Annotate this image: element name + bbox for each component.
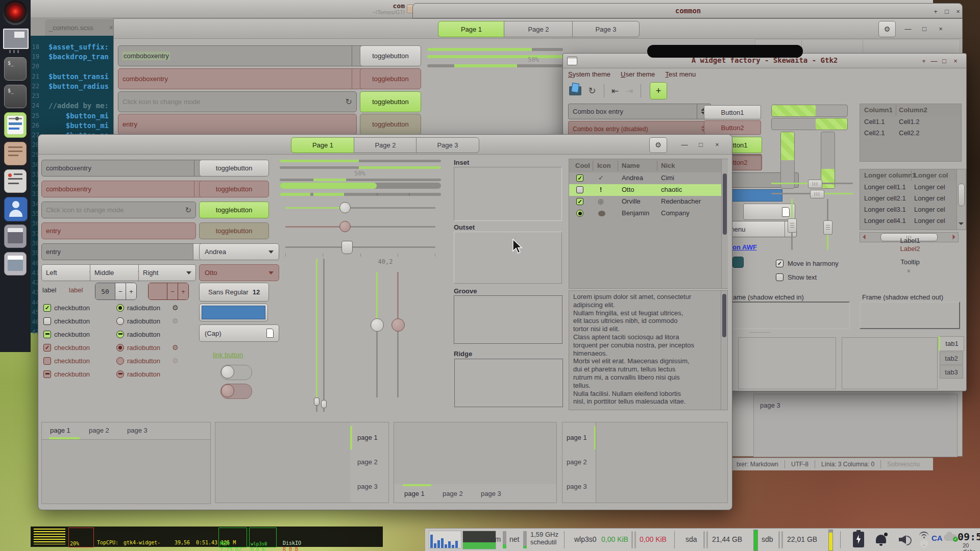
common-close-button2[interactable]: × — [933, 21, 948, 36]
clock[interactable]: 09:53 — [958, 531, 980, 543]
volume-icon[interactable] — [899, 534, 913, 546]
common-plus-button[interactable]: + — [930, 6, 941, 16]
refresh-icon[interactable]: ↻ — [346, 97, 352, 107]
front-togglebutton3[interactable]: togglebutton — [199, 202, 269, 218]
column-header[interactable]: Column1 — [864, 106, 893, 114]
statusbar-mode[interactable]: Sobreescriu — [887, 461, 920, 468]
net-meter[interactable] — [523, 531, 527, 548]
gtk2-minimize-button[interactable]: — — [929, 56, 939, 66]
add-button[interactable]: + — [650, 82, 667, 99]
nb-tab-active[interactable]: page 1 — [567, 434, 587, 441]
nb-tab-active[interactable]: page 1 — [404, 490, 425, 497]
checkbox-checked[interactable]: ✓ — [43, 304, 51, 312]
front-tab-page1[interactable]: Page 1 — [291, 137, 355, 153]
notification-bell-icon[interactable] — [874, 533, 888, 546]
radio-mixed[interactable] — [116, 331, 124, 338]
gtk2-combo-entry[interactable]: Combo box entry — [568, 104, 711, 119]
row-checkbox[interactable]: ✓ — [576, 174, 583, 182]
clipboard-icon[interactable] — [4, 142, 27, 165]
scrollbar-thumb[interactable] — [958, 184, 965, 206]
front-togglebutton4[interactable]: togglebutton — [199, 222, 269, 239]
front-switch1[interactable] — [220, 365, 252, 380]
gtk2-close-button[interactable]: × — [951, 56, 960, 66]
column-header[interactable]: Column2 — [899, 106, 927, 114]
gtk2-plus-button[interactable]: + — [919, 56, 928, 66]
refresh-icon[interactable]: ↻ — [586, 85, 598, 96]
terminal-icon[interactable]: $_ — [4, 57, 27, 81]
front-font-button[interactable]: Sans Regular12 — [199, 283, 269, 302]
front-table[interactable]: Cool Icon Name Nick ✓ ✓ Andrea Cimi ! Ot… — [569, 159, 728, 289]
refresh-icon[interactable]: ↻ — [185, 206, 191, 215]
gtk2-color-swatch[interactable] — [732, 257, 744, 268]
front-textview[interactable]: Lorem ipsum dolor sit amet, consectetur … — [569, 290, 728, 410]
nb-tab-active[interactable]: page 1 — [357, 434, 378, 441]
front-comboboxentry1[interactable]: comboboxentry — [41, 160, 210, 177]
common-menu-button[interactable]: ⚙ — [878, 21, 896, 37]
battery-icon[interactable] — [853, 532, 864, 547]
front-close-button[interactable]: × — [709, 137, 725, 152]
row-checkbox[interactable]: ✓ — [576, 198, 583, 205]
editor-tab[interactable]: _common.scss × — [45, 19, 117, 36]
row-checkbox[interactable] — [576, 186, 583, 193]
scroll-right-icon[interactable] — [950, 233, 958, 241]
slider-handle[interactable] — [339, 202, 351, 213]
table-row[interactable]: Cell1.1 Cell1.2 — [860, 116, 961, 128]
date[interactable]: 20 d'abr. — [963, 542, 980, 551]
common-notebook-tab[interactable]: page 3 — [760, 402, 780, 409]
front-vslider1[interactable] — [370, 272, 385, 397]
common-tab-page1[interactable]: Page 1 — [438, 21, 505, 37]
common-mode-entry[interactable]: Click icon to change mode ↻ — [118, 91, 357, 112]
textview-vscrollbar[interactable] — [721, 291, 727, 410]
sdb-label[interactable]: sdb — [762, 535, 773, 543]
column-header-cool[interactable]: Cool — [575, 162, 590, 169]
column-header[interactable]: Longer column1 — [864, 171, 916, 179]
front-menu-button[interactable]: ⚙ — [649, 137, 667, 153]
menu-test-menu[interactable]: Test menu — [660, 70, 701, 78]
keyboard-layout[interactable]: CA — [932, 534, 943, 542]
gtk2-check-harmony[interactable]: ✓ Move in harmony — [776, 259, 839, 268]
radio-selected[interactable] — [116, 304, 124, 312]
table-row[interactable]: Longer cell2.1Longer cel — [860, 193, 957, 204]
gtk2-maximize-button[interactable]: □ — [940, 56, 949, 66]
scrollbar-thumb[interactable] — [723, 173, 727, 235]
open-icon[interactable] — [569, 86, 581, 95]
front-mode-entry[interactable]: Click icon to change mode ↻ — [41, 202, 196, 218]
checkbox-mixed[interactable] — [43, 331, 51, 338]
scroll-down-icon[interactable] — [958, 219, 964, 228]
wifi-name[interactable]: wlp3s0 — [574, 535, 597, 543]
gtk2-side-tab2[interactable]: tab2 — [940, 352, 963, 365]
window-icon[interactable] — [4, 252, 27, 276]
common-titlebar[interactable]: common + □ × — [412, 3, 963, 18]
wifi-icon[interactable] — [919, 532, 929, 539]
user-icon[interactable] — [4, 197, 28, 221]
slider-handle[interactable] — [341, 241, 353, 254]
common-togglebutton3[interactable]: togglebutton — [360, 91, 421, 112]
slider-handle[interactable] — [810, 190, 824, 198]
slider-handle[interactable] — [314, 397, 320, 406]
common-tab-page2[interactable]: Page 2 — [504, 21, 573, 37]
checkbox-unchecked[interactable] — [776, 273, 783, 281]
gtk2-side-tab3[interactable]: tab3 — [940, 365, 963, 379]
slider-handle[interactable] — [823, 220, 832, 235]
nb-tab-active[interactable]: page 1 — [50, 427, 70, 434]
checkbox-checked[interactable]: ✓ — [776, 260, 783, 267]
common-restore-button[interactable]: □ — [917, 21, 932, 36]
common-togglebutton1[interactable]: togglebutton — [360, 45, 421, 66]
combo-right[interactable]: Right — [138, 264, 196, 281]
common-togglebutton4[interactable]: togglebutton — [360, 114, 421, 135]
front-hslider-marks[interactable] — [280, 240, 441, 258]
gtk2-vslider1[interactable] — [788, 199, 796, 250]
nb-tab[interactable]: page 3 — [127, 427, 148, 434]
tab-close-icon[interactable]: × — [109, 23, 113, 32]
table-row[interactable]: Cell2.1 Cell2.2 — [860, 128, 961, 139]
radio-unselected[interactable] — [116, 317, 124, 325]
gear-icon[interactable]: ⚙ — [172, 304, 179, 312]
common-comboboxentry2[interactable]: comboboxentry — [118, 68, 373, 89]
common-tab-page3[interactable]: Page 3 — [572, 21, 640, 37]
front-restore-button[interactable]: □ — [693, 137, 708, 152]
menu-user-theme[interactable]: User theme — [616, 70, 660, 78]
terminal-icon[interactable]: $_ — [4, 85, 27, 108]
column-header-name[interactable]: Name — [622, 162, 640, 169]
nb-tab[interactable]: page 2 — [443, 490, 463, 497]
front-entry-clear[interactable]: entry × — [41, 243, 210, 260]
